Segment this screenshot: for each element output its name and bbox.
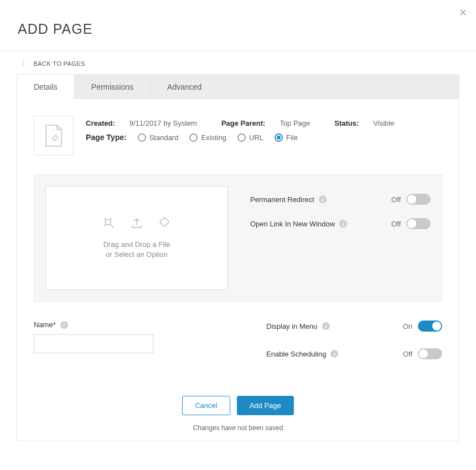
status-label: Status: [334,119,359,127]
file-toggle-list: Permanent Redirect i Off Open Link In Ne… [250,186,431,290]
status-value: Visible [373,119,394,127]
lower-fields: Name* i Display in Menu i On [17,315,459,381]
radio-label: File [286,133,298,142]
lower-right: Display in Menu i On Enable Scheduling i… [266,321,442,376]
upload-icon [130,216,143,230]
meta-line-top: Created: 9/11/2017 by System Page Parent… [86,119,442,127]
radio-label: URL [249,133,263,142]
created-value: 9/11/2017 by System [130,119,197,127]
radio-standard[interactable]: Standard [138,133,179,142]
back-label: BACK TO PAGES [33,60,85,67]
radio-url[interactable]: URL [237,133,263,142]
panel: Details Permissions Advanced Created: 9/… [17,74,459,441]
svg-rect-1 [160,217,169,226]
toggle-open-new-window[interactable] [406,218,431,229]
name-input[interactable] [34,334,153,353]
svg-point-0 [105,219,111,225]
page-type-label: Page Type: [86,133,127,142]
button-row: Cancel Add Page [182,396,294,415]
radio-icon [189,133,198,142]
radio-icon [237,133,246,142]
meta-grid: Created: 9/11/2017 by System Page Parent… [86,116,442,142]
save-status: Changes have not been saved [17,424,459,432]
link-icon [158,216,171,230]
radio-existing[interactable]: Existing [189,133,226,142]
toggle-state: On [403,322,412,330]
toggle-label: Display in Menu [266,322,318,330]
browse-icon [102,216,116,230]
add-page-dialog: ✕ ADD PAGE 〈 BACK TO PAGES Details Permi… [0,0,476,452]
page-title: ADD PAGE [0,0,476,50]
radio-icon [138,133,146,142]
toggle-row-open-new-window: Open Link In New Window i Off [250,218,431,229]
cancel-button[interactable]: Cancel [182,396,230,415]
tab-bar: Details Permissions Advanced [17,75,459,99]
toggle-state: Off [391,220,401,228]
tab-advanced[interactable]: Advanced [151,75,218,99]
document-icon [44,124,64,147]
radio-file[interactable]: File [275,133,298,142]
name-label-text: Name* [34,321,56,329]
dropzone-text: Drag and Drop a File or Select an Option [104,240,170,260]
toggle-label: Enable Scheduling [266,350,326,358]
toggle-row-permanent-redirect: Permanent Redirect i Off [250,194,431,205]
toggle-row-display-menu: Display in Menu i On [266,321,442,332]
footer: Cancel Add Page Changes have not been sa… [17,381,459,441]
add-page-button[interactable]: Add Page [237,396,294,415]
toggle-label: Permanent Redirect [250,195,314,204]
file-options-block: Drag and Drop a File or Select an Option… [34,174,442,302]
info-icon[interactable]: i [322,322,330,330]
toggle-permanent-redirect[interactable] [406,194,431,205]
chevron-left-icon: 〈 [18,59,25,69]
toggle-display-menu[interactable] [418,321,442,332]
meta-section: Created: 9/11/2017 by System Page Parent… [17,99,459,161]
dropzone-icons [102,216,171,230]
dropzone-line1: Drag and Drop a File [104,240,170,250]
toggle-state: Off [391,195,401,204]
parent-label: Page Parent: [221,119,265,127]
radio-label: Standard [149,133,179,142]
toggle-row-enable-scheduling: Enable Scheduling i Off [266,348,442,359]
page-type-row: Page Type: Standard Existing URL [86,133,442,142]
info-icon[interactable]: i [60,321,68,329]
toggle-label: Open Link In New Window [250,220,335,228]
name-field-label: Name* i [34,321,233,329]
parent-value: Top Page [280,119,310,127]
toggle-enable-scheduling[interactable] [418,348,442,359]
close-icon[interactable]: ✕ [459,8,467,18]
file-dropzone[interactable]: Drag and Drop a File or Select an Option [45,186,228,290]
radio-icon [275,133,283,142]
back-to-pages-link[interactable]: 〈 BACK TO PAGES [0,51,476,74]
radio-label: Existing [201,133,226,142]
page-thumbnail [34,116,74,156]
tab-permissions[interactable]: Permissions [75,75,151,99]
dropzone-line2: or Select an Option [104,250,170,260]
lower-left: Name* i [34,321,233,376]
toggle-state: Off [403,350,412,358]
info-icon[interactable]: i [339,220,347,228]
info-icon[interactable]: i [319,195,327,203]
created-label: Created: [86,119,115,127]
info-icon[interactable]: i [330,350,338,358]
tab-details[interactable]: Details [17,75,75,99]
